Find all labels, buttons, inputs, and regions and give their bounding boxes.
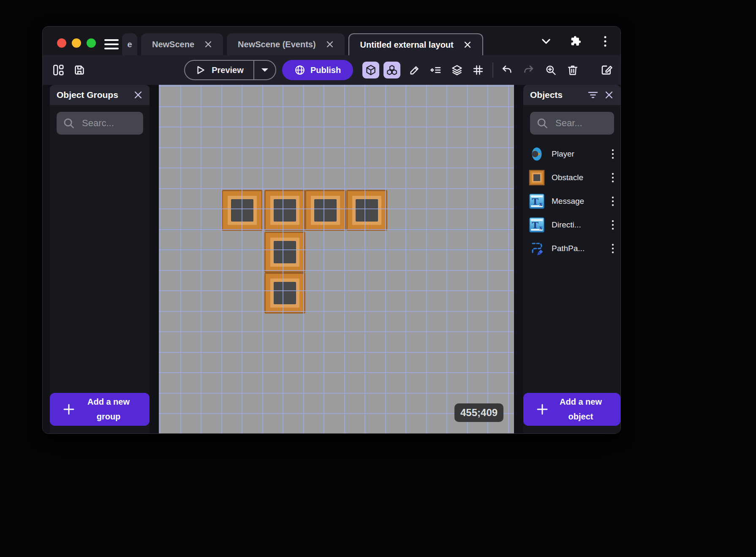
3d-view-button[interactable] (362, 62, 379, 78)
close-panel-button[interactable] (604, 90, 614, 100)
zoom-button[interactable] (543, 62, 558, 78)
maximize-window-button[interactable] (87, 38, 96, 48)
preview-split-button: Preview (184, 60, 276, 80)
svg-text:x: x (539, 225, 543, 231)
object-row-pathpa[interactable]: PathPa... (523, 237, 620, 260)
puzzle-icon (569, 35, 582, 48)
grid-button[interactable] (470, 62, 486, 78)
svg-text:T: T (532, 220, 538, 230)
instances-view-button[interactable] (383, 62, 400, 78)
tab-strip: e NewScene NewScene (Events) Untitled ex… (122, 33, 483, 55)
layout-panels-icon (52, 64, 65, 76)
pencil-icon (409, 64, 421, 76)
undo-button[interactable] (499, 62, 514, 78)
layers-button[interactable] (449, 62, 465, 78)
toolbar: Preview Publish (43, 55, 620, 85)
main-menu-button[interactable] (104, 37, 119, 51)
object-search-input[interactable] (555, 118, 608, 129)
tab-newscene-events[interactable]: NewScene (Events) (227, 33, 345, 55)
tab-list-button[interactable] (538, 34, 554, 49)
obstacle-instance[interactable] (305, 190, 346, 231)
vertical-dots-icon (610, 218, 615, 232)
tab-newscene[interactable]: NewScene (141, 33, 223, 55)
hamburger-icon (104, 38, 119, 50)
object-row-message[interactable]: TxMessage (523, 189, 620, 213)
add-group-button[interactable]: Add a newgroup (50, 393, 150, 426)
minimize-window-button[interactable] (72, 38, 81, 48)
play-icon (195, 65, 206, 76)
caret-down-icon (261, 67, 269, 73)
obstacle-icon (529, 170, 545, 186)
toggle-panels-button[interactable] (50, 62, 67, 78)
object-label: Player (552, 149, 603, 159)
object-label: Directi... (552, 220, 603, 230)
toolbar-divider (492, 62, 493, 78)
player-icon (529, 146, 545, 162)
filter-objects-button[interactable] (587, 90, 598, 100)
obstacle-instance[interactable] (264, 232, 305, 273)
plus-icon (62, 402, 76, 416)
tab-partial[interactable]: e (122, 33, 137, 55)
plus-icon (535, 402, 549, 416)
svg-text:x: x (539, 201, 543, 207)
object-label: Message (552, 197, 603, 206)
tab-untitled-external-layout[interactable]: Untitled external layout (348, 33, 483, 55)
redo-button[interactable] (521, 62, 536, 78)
close-tab-icon[interactable] (464, 41, 471, 49)
objects-list: PlayerObstacleTxMessageTxDirecti...PathP… (523, 142, 620, 260)
add-group-label: Add a newgroup (76, 395, 150, 424)
layers-icon (451, 64, 463, 76)
preview-options-button[interactable] (253, 61, 275, 79)
preview-button[interactable]: Preview (185, 61, 253, 79)
close-tab-icon[interactable] (204, 41, 212, 48)
more-options-button[interactable] (598, 34, 613, 49)
object-label: PathPa... (552, 244, 603, 253)
object-menu-button[interactable] (609, 194, 616, 209)
group-search-box (57, 112, 143, 135)
tab-bar: e NewScene NewScene (Events) Untitled ex… (43, 27, 620, 55)
extensions-button[interactable] (568, 34, 583, 49)
scene-canvas[interactable]: 455;409 (159, 85, 514, 434)
panel-title: Object Groups (57, 90, 128, 100)
close-window-button[interactable] (57, 38, 66, 48)
object-menu-button[interactable] (609, 146, 616, 162)
object-menu-button[interactable] (609, 241, 616, 256)
obstacle-instance[interactable] (264, 190, 305, 231)
close-panel-button[interactable] (133, 90, 143, 100)
redo-icon (523, 64, 535, 76)
object-row-obstacle[interactable]: Obstacle (523, 166, 620, 189)
object-row-directi[interactable]: TxDirecti... (523, 213, 620, 237)
objects-panel: Objects PlayerObstacleTxMessageTxDirecti… (523, 85, 620, 434)
save-button[interactable] (71, 62, 88, 78)
svg-text:T: T (532, 196, 538, 207)
tab-label: NewScene (Events) (238, 40, 316, 49)
instances-list-button[interactable] (428, 62, 443, 78)
main-area: Object Groups Add a newgroup (43, 85, 620, 434)
group-search-input[interactable] (82, 118, 137, 129)
cubes-stack-icon (386, 64, 398, 76)
obstacle-instance[interactable] (346, 190, 387, 231)
obstacle-instance[interactable] (264, 273, 305, 314)
close-tab-icon[interactable] (326, 41, 334, 48)
tab-label: Untitled external layout (360, 40, 454, 50)
add-object-label: Add a newobject (549, 395, 620, 424)
object-menu-button[interactable] (609, 217, 616, 233)
obstacle-instance[interactable] (222, 190, 263, 231)
grid-overlay (159, 85, 514, 434)
trash-icon (567, 64, 579, 76)
notepad-edit-icon (600, 64, 613, 76)
zoom-in-icon (545, 64, 557, 76)
properties-list-icon (430, 64, 442, 76)
object-menu-button[interactable] (609, 170, 616, 185)
save-icon (73, 64, 86, 76)
publish-button[interactable]: Publish (282, 60, 353, 80)
vertical-dots-icon (610, 171, 615, 184)
object-row-player[interactable]: Player (523, 142, 620, 166)
search-icon (63, 117, 75, 130)
tab-label: e (127, 40, 132, 49)
edit-mode-button[interactable] (407, 62, 422, 78)
preview-label: Preview (212, 65, 244, 75)
delete-button[interactable] (565, 62, 580, 78)
edit-scene-button[interactable] (599, 62, 614, 78)
add-object-button[interactable]: Add a newobject (523, 393, 620, 426)
